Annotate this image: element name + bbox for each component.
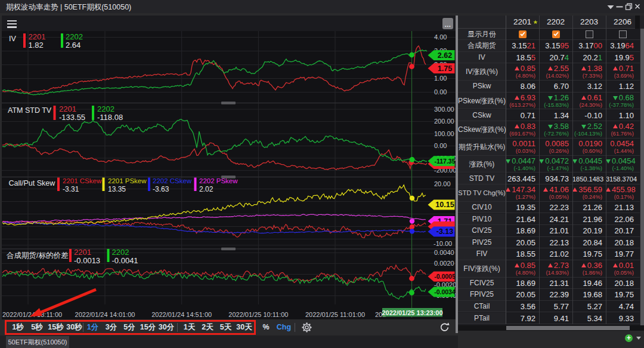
- svg-text:-133.55: -133.55: [59, 113, 85, 122]
- svg-text:0.0040: 0.0040: [434, 249, 454, 256]
- svg-text:合成期货/标的价差: 合成期货/标的价差: [6, 251, 69, 260]
- svg-text:1.00: 1.00: [434, 75, 447, 82]
- svg-text:2.02: 2.02: [199, 185, 213, 193]
- svg-text:2.62: 2.62: [438, 51, 452, 60]
- svg-text:2202 CSkew: 2202 CSkew: [153, 177, 192, 184]
- svg-text:Call/Put Skew: Call/Put Skew: [9, 179, 56, 187]
- svg-text:2201: 2201: [29, 32, 46, 41]
- svg-text:10.15: 10.15: [435, 201, 454, 209]
- svg-text:0.0020: 0.0020: [434, 260, 454, 267]
- svg-text:100.00: 100.00: [434, 130, 454, 137]
- svg-text:2022/01/24 14:51:00: 2022/01/24 14:51:00: [151, 311, 212, 318]
- svg-text:-3.13: -3.13: [436, 227, 454, 236]
- svg-text:2202: 2202: [66, 32, 83, 41]
- svg-text:2022/01/24 13:11:00: 2022/01/24 13:11:00: [2, 311, 62, 318]
- svg-text:2202 PSkew: 2202 PSkew: [199, 177, 238, 184]
- svg-text:2202: 2202: [97, 104, 114, 113]
- svg-text:IV: IV: [9, 35, 16, 43]
- svg-text:13.35: 13.35: [108, 185, 126, 193]
- svg-text:2201: 2201: [59, 104, 76, 113]
- svg-text:-0.0034: -0.0034: [434, 288, 456, 295]
- svg-text:2.64: 2.64: [66, 41, 80, 50]
- svg-text:-0.0041: -0.0041: [112, 256, 138, 265]
- svg-text:1.75: 1.75: [438, 64, 452, 73]
- svg-text:2202: 2202: [112, 248, 129, 257]
- svg-text:-3.63: -3.63: [153, 185, 169, 193]
- svg-text:-117.35: -117.35: [434, 158, 455, 165]
- svg-text:0.00: 0.00: [434, 88, 447, 96]
- svg-text:-118.08: -118.08: [97, 113, 123, 122]
- svg-text:-3.31: -3.31: [63, 185, 79, 193]
- svg-text:2201 PSkew: 2201 PSkew: [108, 177, 147, 184]
- svg-text:4.00: 4.00: [434, 33, 447, 41]
- svg-text:2022/01/25 11:01:00: 2022/01/25 11:01:00: [305, 311, 365, 318]
- svg-text:2022/01/25 10:11:00: 2022/01/25 10:11:00: [228, 311, 288, 318]
- svg-text:2022/01/24 14:01:00: 2022/01/24 14:01:00: [75, 311, 135, 318]
- svg-text:20.00: 20.00: [434, 180, 451, 187]
- svg-text:300.00: 300.00: [434, 106, 454, 113]
- svg-text:2022/01/25 13:23:00: 2022/01/25 13:23:00: [382, 309, 442, 316]
- svg-text:1.82: 1.82: [29, 41, 44, 50]
- svg-text:200.00: 200.00: [434, 118, 454, 125]
- svg-text:0.00: 0.00: [434, 142, 447, 149]
- svg-text:-0.0005: -0.0005: [434, 273, 456, 280]
- svg-text:ATM STD TV: ATM STD TV: [8, 106, 52, 115]
- svg-text:2201 CSkew: 2201 CSkew: [63, 177, 102, 184]
- svg-text:2201: 2201: [74, 248, 91, 257]
- svg-text:-0.0013: -0.0013: [74, 256, 100, 265]
- svg-text:-10.00: -10.00: [434, 240, 452, 247]
